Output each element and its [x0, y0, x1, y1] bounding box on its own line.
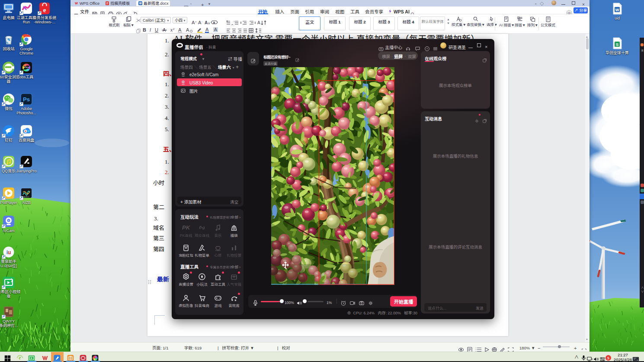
svg-text:A: A — [178, 27, 182, 32]
svg-text:W: W — [615, 7, 619, 12]
svg-text:1: 1 — [234, 20, 235, 23]
svg-text:iu: iu — [6, 249, 11, 255]
svg-text:PK: PK — [182, 224, 190, 231]
svg-text:B: B — [143, 27, 146, 32]
svg-text:x: x — [170, 28, 173, 32]
svg-text:+: + — [195, 20, 197, 23]
svg-text:A: A — [214, 27, 217, 32]
svg-text:U: U — [155, 27, 158, 32]
svg-text:a: a — [208, 22, 210, 25]
svg-text:-: - — [202, 20, 202, 23]
svg-text:AIZB-3: AIZB-3 — [24, 196, 29, 198]
svg-text:A: A — [186, 27, 189, 32]
svg-text:2: 2 — [173, 28, 175, 30]
svg-text:Ps: Ps — [23, 96, 30, 103]
svg-text:?: ? — [426, 48, 428, 50]
svg-text:e: e — [43, 6, 46, 13]
svg-text:S: S — [616, 42, 618, 47]
svg-text:e: e — [19, 355, 21, 360]
svg-text:A: A — [205, 27, 209, 32]
svg-text:I: I — [150, 27, 151, 32]
svg-text:S: S — [607, 356, 609, 360]
svg-text:OBS: OBS — [25, 66, 29, 68]
svg-text:W: W — [139, 1, 142, 5]
